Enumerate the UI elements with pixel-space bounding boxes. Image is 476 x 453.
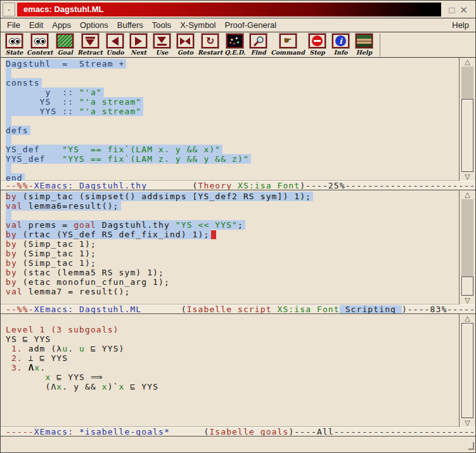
code-line: consts <box>1 78 459 88</box>
scrollbar-up-icon[interactable]: △ <box>460 190 475 199</box>
region-highlight: val prems = goal Dagstuhl.thy "YS << YYS… <box>6 220 245 230</box>
scrollbar-trough[interactable] <box>461 199 473 296</box>
toolbar-label: Next <box>131 49 146 56</box>
region-highlight: Dagstuhl = Stream + <box>6 59 126 69</box>
goals-pane[interactable]: Level 1 (3 subgoals)YS ⊑ YYS 1. adm (λu.… <box>1 314 459 427</box>
code-line: by (etac monofun_cfun_arg 1); <box>1 277 459 287</box>
toolbar-info-button[interactable]: iInfo <box>330 34 352 56</box>
scrollbar-up-icon[interactable]: △ <box>460 58 475 66</box>
scrollbar-script: △ ▽ <box>459 190 475 305</box>
toolbar-use-button[interactable]: Use <box>151 34 173 56</box>
menu-item-tools[interactable]: Tools <box>148 20 176 30</box>
script-pane[interactable]: by (simp_tac (simpset() addsimps [YS_def… <box>1 190 459 305</box>
toolbar-find-button[interactable]: Find <box>247 34 269 56</box>
toolbar-command-button[interactable]: ☛Command <box>271 34 305 56</box>
code-line: val lemma6=result(); <box>1 201 459 211</box>
menu-item-x-symbol[interactable]: X-Symbol <box>176 20 220 30</box>
region-highlight: by (rtac (YS_def RS def_fix_ind) 1); <box>6 230 211 239</box>
window-menu-button[interactable]: ▪ <box>3 3 15 16</box>
mode-line-theory: --%%-XEmacs: Dagstuhl.thy (Theory XS:isa… <box>1 181 475 190</box>
menu-item-apps[interactable]: Apps <box>48 20 75 30</box>
menu-item-edit[interactable]: Edit <box>25 20 48 30</box>
scrollbar-down-icon[interactable]: ▽ <box>460 173 475 181</box>
goals-pane-row: Level 1 (3 subgoals)YS ⊑ YYS 1. adm (λu.… <box>1 314 475 427</box>
code-line: y :: "'a" <box>1 88 459 97</box>
maximize-button[interactable]: □ <box>449 5 454 15</box>
resize-grip-icon[interactable] <box>468 442 474 450</box>
scrollbar-thumb[interactable] <box>461 323 473 418</box>
toolbar-label: Goal <box>58 49 73 56</box>
scrollbar-theory: △ ▽ <box>459 58 475 181</box>
close-button[interactable]: ✕ <box>460 5 468 15</box>
toolbar-label: Context <box>27 49 53 56</box>
menu-bar: FileEditAppsOptionsBuffersToolsX-SymbolP… <box>1 18 475 32</box>
code-line: 3. Λx. <box>1 363 459 372</box>
region-highlight: val lemma6=result(); <box>6 201 121 211</box>
menu-item-options[interactable]: Options <box>75 20 113 30</box>
menu-item-help[interactable]: Help <box>447 20 469 30</box>
region-highlight: YYS :: "'a stream" <box>6 107 143 116</box>
code-line: by (Simp_tac 1); <box>1 239 459 249</box>
toolbar-separator <box>380 34 380 56</box>
retract-icon <box>83 35 98 47</box>
toolbar-label: Command <box>271 49 305 56</box>
menu-item-proof-general[interactable]: Proof-General <box>220 20 281 30</box>
scrollbar-trough[interactable] <box>461 323 473 418</box>
toolbar-label: Retract <box>77 49 103 56</box>
code-line: by (rtac (YS_def RS def_fix_ind) 1); <box>1 230 459 239</box>
toolbar-goal-button[interactable]: Goal <box>54 34 76 56</box>
stop-icon <box>310 35 325 47</box>
undo-icon <box>108 35 122 47</box>
find-icon <box>251 35 266 47</box>
echo-area[interactable] <box>1 437 475 452</box>
toolbar-qed-button[interactable]: Q.E.D. <box>224 34 246 56</box>
region-highlight: by (simp_tac (simpset() addsimps [YS_def… <box>6 192 313 201</box>
command-icon: ☛ <box>281 35 295 47</box>
text-cursor <box>211 230 216 239</box>
window-menu-icon: ▪ <box>8 8 10 12</box>
restart-icon: ↻ <box>203 35 217 47</box>
toolbar-stop-button[interactable]: Stop <box>306 34 328 56</box>
scrollbar-down-icon[interactable]: ▽ <box>460 296 475 305</box>
use-icon <box>155 35 169 47</box>
toolbar: StateContextGoalRetractUndoNextUseGoto↻R… <box>1 32 475 58</box>
toolbar-restart-button[interactable]: ↻Restart <box>198 34 222 56</box>
code-line: YS_def "YS == fix`(LAM x. y && x)" <box>1 145 459 154</box>
region-highlight: consts <box>6 78 42 88</box>
toolbar-goto-button[interactable]: Goto <box>174 34 196 56</box>
code-line: val prems = goal Dagstuhl.thy "YS << YYS… <box>1 220 459 230</box>
toolbar-state-button[interactable]: State <box>3 34 25 56</box>
code-line: 2. ⊥ ⊑ YYS <box>1 353 459 363</box>
toolbar-retract-button[interactable]: Retract <box>77 34 103 56</box>
code-line: YYS :: "'a stream" <box>1 107 459 116</box>
toolbar-next-button[interactable]: Next <box>127 34 150 56</box>
code-line <box>1 164 459 173</box>
region-highlight <box>6 116 11 126</box>
code-line: by (stac (lemma5 RS sym) 1); <box>1 268 459 277</box>
next-icon <box>131 35 146 47</box>
mode-line-script: --%%-XEmacs: Dagstuhl.ML (Isabelle scrip… <box>1 305 475 314</box>
theory-pane-row: Dagstuhl = Stream +consts y :: "'a" YS :… <box>1 58 475 181</box>
region-highlight: YYS_def "YYS == fix`(LAM z. y && y && z)… <box>6 154 251 164</box>
menu-item-buffers[interactable]: Buffers <box>113 20 148 30</box>
menu-item-file[interactable]: File <box>7 20 25 30</box>
toolbar-undo-button[interactable]: Undo <box>104 34 126 56</box>
scrollbar-thumb[interactable] <box>461 277 473 296</box>
scrollbar-trough[interactable] <box>461 67 473 172</box>
toolbar-context-button[interactable]: Context <box>27 34 53 56</box>
toolbar-label: Q.E.D. <box>224 49 245 56</box>
code-line: x ⊑ YYS ⟹ <box>1 372 459 382</box>
code-line: Dagstuhl = Stream + <box>1 59 459 69</box>
scrollbar-up-icon[interactable]: △ <box>460 314 475 322</box>
code-line <box>1 211 459 220</box>
goal-icon <box>58 35 72 47</box>
code-line: 1. adm (λu. u ⊑ YYS) <box>1 344 459 353</box>
scrollbar-thumb[interactable] <box>461 99 473 172</box>
title-bar: ▪ emacs: Dagstuhl.ML □ ✕ <box>3 3 473 16</box>
code-line: YS :: "'a stream" <box>1 97 459 107</box>
theory-pane[interactable]: Dagstuhl = Stream +consts y :: "'a" YS :… <box>1 58 459 181</box>
scrollbar-goals: △ ▽ <box>459 314 475 427</box>
scrollbar-down-icon[interactable]: ▽ <box>460 419 475 427</box>
code-line: val lemma7 = result(); <box>1 287 459 296</box>
toolbar-help-button[interactable]: Help <box>353 34 375 56</box>
